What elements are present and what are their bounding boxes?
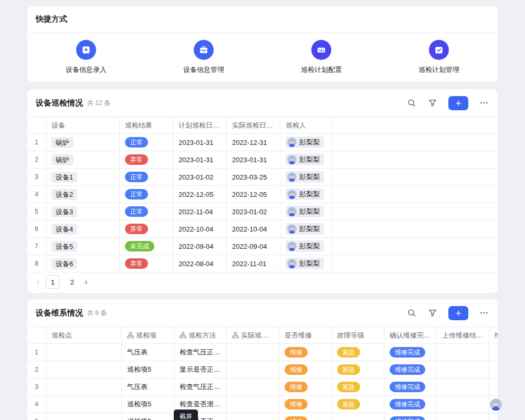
item-cell[interactable]: 气压表 (122, 344, 174, 361)
level-cell[interactable]: 紧急 (332, 344, 384, 361)
page-1[interactable]: 1 (46, 275, 59, 289)
confirm-cell[interactable]: 维修完成 (384, 413, 437, 420)
item-cell[interactable]: 巡检项5 (122, 361, 174, 378)
repair-cell[interactable]: 维修 (279, 344, 332, 361)
search-icon[interactable] (406, 308, 417, 318)
result-cell[interactable]: 异常 (120, 151, 173, 168)
add-record-button[interactable]: + (448, 306, 468, 320)
row-number[interactable]: 5 (27, 413, 46, 420)
device-cell[interactable]: 锅炉 (46, 134, 120, 151)
device-cell[interactable]: 设备6 (46, 255, 120, 272)
actual-date-cell[interactable]: 2022-12-05 (227, 186, 280, 203)
column-header[interactable]: 实际巡… (227, 327, 279, 343)
shortcut-device-entry[interactable]: 设备信息录入 (27, 40, 145, 75)
upload-cell[interactable] (437, 361, 489, 378)
actual-cell[interactable] (227, 379, 279, 395)
more-icon[interactable] (479, 308, 489, 318)
device-cell[interactable]: 设备2 (46, 186, 120, 203)
row-number[interactable]: 4 (27, 186, 46, 203)
actual-date-cell[interactable]: 2023-01-02 (227, 203, 280, 220)
confirm-cell[interactable]: 维修完成 (384, 379, 437, 395)
actual-cell[interactable] (227, 361, 279, 378)
planned-date-cell[interactable]: 2022-10-04 (173, 220, 227, 237)
inspector-cell[interactable]: 彭梨梨 (280, 169, 332, 185)
column-header[interactable]: 是否维修 (279, 327, 332, 343)
level-cell[interactable] (332, 413, 384, 420)
row-number[interactable]: 6 (27, 220, 46, 237)
device-cell[interactable]: 设备1 (46, 169, 120, 185)
actual-date-cell[interactable]: 2022-11-01 (227, 255, 280, 272)
row-number[interactable]: 5 (27, 203, 46, 220)
actual-date-cell[interactable]: 2022-09-04 (227, 238, 280, 255)
actual-date-cell[interactable]: 2022-10-04 (227, 220, 280, 237)
column-header[interactable]: 巡检点 (46, 327, 122, 343)
point-cell[interactable] (46, 396, 122, 413)
next-page-icon[interactable]: › (85, 277, 87, 287)
result-cell[interactable]: 正常 (120, 169, 173, 185)
upload-cell[interactable] (437, 344, 489, 361)
shortcut-plan-config[interactable]: 巡检计划配置 (262, 40, 380, 75)
planned-date-cell[interactable]: 2023-01-31 (173, 134, 227, 151)
inspector-cell[interactable]: 彭梨梨 (280, 134, 332, 151)
shortcut-plan-manage[interactable]: 巡检计划管理 (380, 40, 498, 75)
actual-date-cell[interactable]: 2022-12-31 (227, 134, 280, 151)
point-cell[interactable] (46, 344, 122, 361)
column-header[interactable]: 巡检方法 (174, 327, 227, 343)
upload-cell[interactable] (437, 396, 489, 413)
method-cell[interactable]: 检查气压正… (174, 344, 227, 361)
planned-date-cell[interactable]: 2022-12-05 (173, 186, 227, 203)
point-cell[interactable] (46, 413, 122, 420)
row-number[interactable]: 1 (27, 344, 46, 361)
column-header[interactable]: 巡检结果 (120, 117, 173, 133)
actual-date-cell[interactable]: 2023-01-31 (227, 151, 280, 168)
row-number[interactable]: 2 (27, 361, 46, 378)
search-icon[interactable] (406, 98, 417, 108)
column-header[interactable]: 巡检项 (122, 327, 174, 343)
filter-icon[interactable] (427, 308, 438, 318)
inspector-cell[interactable]: 彭梨梨 (280, 255, 332, 272)
result-cell[interactable]: 异常 (120, 255, 173, 272)
inspector-cell[interactable]: 彭梨梨 (280, 238, 332, 255)
point-cell[interactable] (46, 379, 122, 395)
filter-icon[interactable] (427, 98, 438, 108)
actual-cell[interactable] (227, 344, 279, 361)
actual-cell[interactable] (227, 413, 279, 420)
column-header[interactable]: 计划巡检日… (173, 117, 227, 133)
item-cell[interactable]: 气压表 (122, 379, 174, 395)
row-number[interactable]: 7 (27, 238, 46, 255)
column-header[interactable]: 上传维修结… (437, 327, 489, 343)
column-header[interactable]: 实际巡检日… (227, 117, 280, 133)
planned-date-cell[interactable]: 2022-08-04 (173, 255, 227, 272)
column-header[interactable]: 维… (489, 327, 498, 343)
row-number[interactable]: 4 (27, 396, 46, 413)
more-icon[interactable] (479, 98, 489, 108)
result-cell[interactable]: 异常 (120, 220, 173, 237)
device-cell[interactable]: 锅炉 (46, 151, 120, 168)
actual-date-cell[interactable]: 2023-03-25 (227, 169, 280, 185)
method-cell[interactable]: 显示是否正… (174, 361, 227, 378)
column-header[interactable]: 设备 (46, 117, 120, 133)
page-2[interactable]: 2 (66, 276, 78, 288)
floating-avatar[interactable] (490, 398, 502, 411)
device-cell[interactable]: 设备5 (46, 238, 120, 255)
prev-page-icon[interactable]: ‹ (37, 277, 39, 287)
confirm-cell[interactable]: 维修完成 (384, 361, 437, 378)
row-number[interactable]: 2 (27, 151, 46, 168)
column-header[interactable]: 故障等级 (332, 327, 384, 343)
repair-cell[interactable]: 维修 (279, 396, 332, 413)
upload-cell[interactable] (437, 379, 489, 395)
upload-cell[interactable] (437, 413, 489, 420)
inspector-cell[interactable]: 彭梨梨 (280, 186, 332, 203)
item-cell[interactable]: 巡检项5 (122, 396, 174, 413)
planned-date-cell[interactable]: 2022-11-04 (173, 203, 227, 220)
result-cell[interactable]: 正常 (120, 203, 173, 220)
item-cell[interactable]: 巡检项5 (122, 413, 174, 420)
device-cell[interactable]: 设备4 (46, 220, 120, 237)
repair-cell[interactable]: 维修 (279, 413, 332, 420)
planned-date-cell[interactable]: 2022-09-04 (173, 238, 227, 255)
inspector-cell[interactable]: 彭梨梨 (280, 203, 332, 220)
method-cell[interactable]: 检查气压正… (174, 379, 227, 395)
column-header[interactable]: 巡检人 (280, 117, 332, 133)
repair-cell[interactable]: 维修 (279, 379, 332, 395)
level-cell[interactable]: 紧急 (332, 361, 384, 378)
